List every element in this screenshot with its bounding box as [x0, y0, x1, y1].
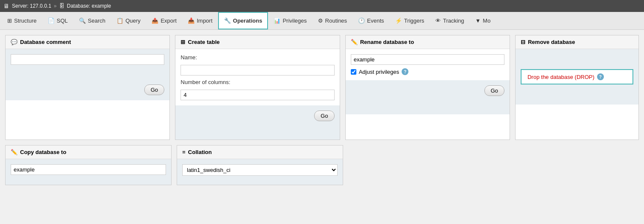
database-comment-input[interactable]: [11, 54, 164, 65]
rename-database-header: ✏️ Rename database to: [346, 35, 510, 49]
collation-header: ≡ Collation: [177, 145, 343, 159]
nav-label-structure: Structure: [14, 17, 37, 24]
nav-item-operations[interactable]: 🔧 Operations: [218, 12, 268, 29]
nav-item-import[interactable]: 📥 Import: [182, 12, 218, 29]
import-icon: 📥: [188, 17, 195, 24]
database-icon: 🗄: [59, 3, 64, 9]
collation-panel: ≡ Collation latin1_swedish_ci utf8_gener…: [177, 145, 343, 185]
adjust-privileges-label: Adjust privileges: [359, 69, 399, 75]
rename-icon: ✏️: [351, 39, 358, 45]
sql-icon: 📄: [48, 17, 55, 24]
titlebar: 🖥 Server: 127.0.0.1 » 🗄 Database: exampl…: [0, 0, 644, 12]
rename-database-form: Adjust privileges ?: [346, 49, 510, 80]
remove-database-panel: ⊟ Remove database Drop the database (DRO…: [515, 35, 639, 140]
server-icon: 🖥: [3, 3, 9, 9]
adjust-privileges-row: Adjust privileges ?: [351, 68, 504, 75]
collation-icon: ≡: [182, 149, 186, 155]
search-icon: 🔍: [79, 17, 86, 24]
columns-label: Number of columns:: [181, 79, 334, 85]
name-label: Name:: [181, 54, 334, 61]
create-table-name-input[interactable]: [181, 65, 334, 76]
nav-item-more[interactable]: ▼ Mo: [469, 12, 496, 29]
main-content: 💬 Database comment Go ⊞ Create table Nam…: [0, 30, 644, 190]
create-table-go-button[interactable]: Go: [314, 111, 334, 121]
nav-label-triggers: Triggers: [404, 17, 424, 24]
create-table-icon: ⊞: [181, 39, 185, 45]
nav-item-search[interactable]: 🔍 Search: [73, 12, 111, 29]
nav-item-triggers[interactable]: ⚡ Triggers: [390, 12, 430, 29]
nav-label-tracking: Tracking: [443, 17, 464, 24]
nav-label-search: Search: [88, 17, 105, 24]
events-icon: 🕐: [358, 17, 365, 24]
database-label: Database: example: [67, 3, 111, 9]
remove-icon: ⊟: [521, 39, 525, 45]
copy-database-body: [6, 159, 171, 185]
nav-label-routines: Routines: [325, 17, 347, 24]
create-table-footer: Go: [175, 105, 339, 140]
comment-icon: 💬: [11, 39, 17, 45]
nav-item-export[interactable]: 📤 Export: [146, 12, 182, 29]
top-row: 💬 Database comment Go ⊞ Create table Nam…: [5, 35, 639, 140]
server-label: Server: 127.0.0.1: [12, 3, 51, 9]
rename-database-footer: Go: [346, 80, 510, 114]
triggers-icon: ⚡: [395, 17, 402, 24]
database-comment-header: 💬 Database comment: [6, 35, 169, 49]
nav-label-import: Import: [197, 17, 213, 24]
nav-item-events[interactable]: 🕐 Events: [353, 12, 390, 29]
nav-label-query: Query: [125, 17, 140, 24]
query-icon: 📋: [117, 17, 123, 24]
remove-database-title: Remove database: [528, 39, 575, 45]
nav-item-structure[interactable]: ⊞ Structure: [2, 12, 42, 29]
nav-item-routines[interactable]: ⚙ Routines: [312, 12, 353, 29]
copy-database-title: Copy database to: [20, 149, 66, 155]
create-table-title: Create table: [188, 39, 219, 45]
routines-icon: ⚙: [318, 17, 323, 24]
rename-database-title: Rename database to: [360, 39, 414, 45]
collation-title: Collation: [188, 149, 212, 155]
create-table-columns-input[interactable]: [181, 90, 334, 100]
database-comment-title: Database comment: [20, 39, 71, 45]
navbar: ⊞ Structure 📄 SQL 🔍 Search 📋 Query 📤 Exp…: [0, 12, 644, 30]
remove-database-body: Drop the database (DROP) ?: [516, 49, 638, 105]
create-table-header: ⊞ Create table: [175, 35, 339, 49]
copy-database-input[interactable]: [11, 164, 166, 175]
bottom-row: ✏️ Copy database to ≡ Collation latin1_s…: [5, 145, 639, 185]
collation-select[interactable]: latin1_swedish_ci utf8_general_ci utf8mb…: [182, 164, 338, 176]
database-comment-body: Go: [6, 49, 169, 100]
breadcrumb-arrow: »: [54, 3, 57, 9]
drop-database-button[interactable]: Drop the database (DROP) ?: [521, 69, 633, 84]
nav-item-sql[interactable]: 📄 SQL: [42, 12, 73, 29]
rename-database-panel: ✏️ Rename database to Adjust privileges …: [345, 35, 510, 140]
copy-database-panel: ✏️ Copy database to: [5, 145, 172, 185]
nav-label-export: Export: [160, 17, 177, 24]
nav-label-operations: Operations: [233, 17, 262, 24]
structure-icon: ⊞: [7, 17, 12, 24]
database-comment-panel: 💬 Database comment Go: [5, 35, 170, 140]
drop-info-icon[interactable]: ?: [597, 73, 604, 80]
create-table-form: Name: Number of columns:: [175, 49, 339, 105]
nav-label-more: Mo: [483, 17, 490, 24]
nav-item-tracking[interactable]: 👁 Tracking: [430, 12, 469, 29]
collation-body: latin1_swedish_ci utf8_general_ci utf8mb…: [177, 159, 343, 185]
export-icon: 📤: [152, 17, 158, 24]
copy-icon: ✏️: [11, 149, 17, 155]
nav-item-privileges[interactable]: 📊 Privileges: [268, 12, 312, 29]
tracking-icon: 👁: [435, 17, 441, 24]
drop-label: Drop the database (DROP): [527, 74, 594, 80]
database-comment-go-button[interactable]: Go: [144, 84, 164, 95]
privileges-icon: 📊: [274, 17, 280, 24]
nav-label-privileges: Privileges: [283, 17, 306, 24]
copy-database-header: ✏️ Copy database to: [6, 145, 171, 159]
nav-label-events: Events: [367, 17, 384, 24]
more-icon: ▼: [475, 17, 481, 24]
operations-icon: 🔧: [224, 17, 231, 24]
remove-database-header: ⊟ Remove database: [516, 35, 638, 49]
nav-label-sql: SQL: [57, 17, 68, 24]
nav-item-query[interactable]: 📋 Query: [111, 12, 146, 29]
create-table-panel: ⊞ Create table Name: Number of columns: …: [175, 35, 340, 140]
adjust-privileges-help-icon[interactable]: ?: [402, 68, 408, 75]
rename-database-input[interactable]: [351, 54, 504, 65]
adjust-privileges-checkbox[interactable]: [351, 69, 356, 75]
rename-database-go-button[interactable]: Go: [484, 85, 504, 96]
